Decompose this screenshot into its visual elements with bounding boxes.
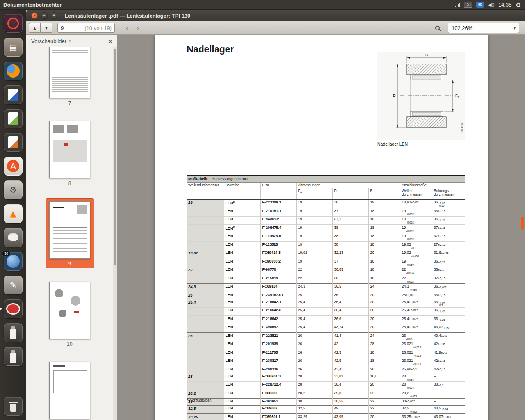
network-signal-icon[interactable] bbox=[455, 3, 460, 7]
cell-b: 22 bbox=[368, 390, 400, 399]
cell-part-number: F-94361.2 bbox=[260, 216, 296, 225]
document-scroll-thumb[interactable] bbox=[521, 217, 524, 230]
dimension-b-label: B bbox=[425, 53, 428, 57]
cell-d: 43,95 bbox=[332, 414, 368, 420]
sidebar-mode-label[interactable]: Vorschaubilder bbox=[31, 38, 66, 44]
cell-mounting-bore: 31,6±0,45 bbox=[432, 250, 465, 258]
next-page-button[interactable]: ▼ bbox=[41, 23, 52, 33]
page-thumbnail[interactable]: 8 bbox=[46, 118, 94, 187]
cell-fw: 19 bbox=[296, 258, 332, 267]
cell-mounting-shaft: 19 -0,052 bbox=[400, 208, 432, 217]
mail-indicator-icon[interactable]: ✉ bbox=[476, 2, 484, 8]
window-title: Lenksäulenlager .pdf — Lenksäulenlager: … bbox=[65, 13, 190, 19]
volume-icon[interactable]: ◀))) bbox=[488, 2, 494, 7]
cell-part-number: F-206475.4 bbox=[260, 225, 296, 233]
window-titlebar[interactable]: × − + Lenksäulenlager .pdf — Lenksäulenl… bbox=[26, 10, 525, 21]
launcher-gimp-icon[interactable] bbox=[0, 226, 26, 249]
page-thumbnail[interactable]: 7 bbox=[46, 47, 94, 107]
cell-part-number: F-223821 bbox=[260, 333, 296, 341]
cell-fw: 19 bbox=[296, 208, 332, 217]
dimension-table: Maßtabelle · Abmessungen in mm Wellen­du… bbox=[187, 175, 465, 420]
cell-shaft-diameter bbox=[187, 349, 224, 358]
cell-mounting-bore: 43,07+0,53 bbox=[432, 324, 465, 333]
table-row: LEN F-216642 25,4 36,6 20 25,4±0,025 36+… bbox=[187, 316, 465, 324]
cell-shaft-diameter: 26 bbox=[187, 333, 224, 341]
thumbnails-sidebar: Vorschaubilder ▾ × 7 8 9 10 bbox=[26, 35, 117, 420]
sidebar-close-icon[interactable]: × bbox=[108, 38, 112, 45]
cell-mounting-bore: 48,5+0,04 bbox=[432, 405, 465, 414]
launcher-system-settings-icon[interactable]: ⚙ bbox=[0, 178, 26, 202]
table-row: 28,2 LEN FC68337 28,2 39,8 22 28,2 -0,05… bbox=[187, 390, 465, 399]
launcher-usb-drive-icon[interactable] bbox=[0, 321, 26, 345]
cell-part-number: F-228712.4 bbox=[260, 381, 296, 390]
cell-b: 18 bbox=[368, 208, 400, 217]
page-number-input[interactable] bbox=[58, 25, 70, 31]
table-row: LEN F-201939 26 42 28 26,021 -0,013 42±0… bbox=[187, 341, 465, 349]
launcher-text-editor-icon[interactable]: ✎ bbox=[0, 273, 26, 297]
cell-fw: 28,2 bbox=[296, 390, 332, 399]
cell-series: LEN bbox=[224, 283, 260, 292]
launcher-libreoffice-writer-icon[interactable] bbox=[0, 83, 26, 107]
cell-series: LEN bbox=[224, 275, 260, 284]
cell-series: LEN1) bbox=[224, 199, 260, 208]
launcher-files-icon[interactable]: ▤ bbox=[0, 35, 26, 59]
cell-mounting-bore: – bbox=[432, 390, 465, 399]
close-button[interactable]: × bbox=[31, 12, 38, 19]
figure-caption: Nadellager LEN bbox=[377, 142, 408, 146]
launcher-trash-icon[interactable] bbox=[0, 395, 26, 418]
chevron-down-icon[interactable]: ▾ bbox=[69, 39, 71, 43]
cell-b: 20 bbox=[368, 381, 400, 390]
maximize-button[interactable]: + bbox=[51, 12, 57, 19]
launcher-document-viewer-red-oval-icon[interactable] bbox=[0, 297, 26, 321]
sidebar-header: Vorschaubilder ▾ × bbox=[26, 35, 117, 47]
page-thumbnail[interactable]: 10 bbox=[46, 279, 94, 348]
launcher-vlc-icon[interactable]: ▲ bbox=[0, 202, 26, 226]
launcher-libreoffice-impress-icon[interactable] bbox=[0, 130, 26, 154]
chevron-down-icon[interactable]: ▾ bbox=[510, 23, 519, 33]
table-row: LEN F-228712.4 28 38,4 20 28 -0,084 38+0… bbox=[187, 381, 465, 390]
launcher-software-center-icon[interactable]: A bbox=[0, 154, 26, 178]
cell-mounting-shaft: 19 -0,052 bbox=[400, 233, 432, 242]
cell-d: 37 bbox=[332, 258, 368, 267]
launcher-thunderbird-icon[interactable]: 30 bbox=[0, 249, 26, 273]
history-forward-button[interactable]: › bbox=[133, 23, 143, 33]
clock[interactable]: 14:35 bbox=[498, 2, 512, 8]
keyboard-layout-indicator[interactable]: De bbox=[464, 2, 472, 8]
cell-series: LEN bbox=[224, 414, 260, 420]
document-view[interactable]: Nadellager bbox=[117, 35, 525, 420]
sidebar-scrollbar[interactable] bbox=[113, 47, 117, 420]
cell-part-number: FC90300.2 bbox=[260, 258, 296, 267]
page-thumbnail[interactable]: 9 bbox=[46, 198, 94, 268]
cell-b: 20 bbox=[368, 299, 400, 308]
table-row: LEN F-390697 25,4 43,74 20 25,4±0,025 43… bbox=[187, 324, 465, 333]
search-button[interactable] bbox=[431, 23, 443, 33]
cell-fw: 22 bbox=[296, 275, 332, 284]
table-row: 30 LEN F-391951 30 38,55 22 30±0,025 – bbox=[187, 398, 465, 405]
previous-page-button[interactable]: ▲ bbox=[29, 23, 41, 33]
cell-mounting-bore: 36+0,05-0,2 bbox=[432, 299, 465, 308]
cell-part-number: F-223309.1 bbox=[260, 199, 296, 208]
sidebar-scroll-thumb[interactable] bbox=[114, 49, 116, 265]
zoom-combobox[interactable]: 102,26% ▾ bbox=[448, 23, 519, 33]
launcher: ▤ A ⚙ ▲ 30 ✎ bbox=[0, 10, 26, 420]
launcher-usb-drive-2-icon[interactable] bbox=[0, 345, 26, 368]
cell-b: 18,8 bbox=[368, 373, 400, 382]
cell-series: LEN bbox=[224, 333, 260, 341]
minimize-button[interactable]: − bbox=[41, 12, 48, 19]
cell-part-number: FC69601.1 bbox=[260, 414, 296, 420]
page-thumbnail[interactable]: 11 bbox=[46, 359, 94, 420]
cell-series: LEN bbox=[224, 341, 260, 349]
session-gear-icon[interactable]: ⚙ bbox=[516, 2, 521, 8]
cell-b: 18 bbox=[368, 225, 400, 233]
cell-mounting-bore: 38+0,2 bbox=[432, 381, 465, 390]
launcher-dash-home-icon[interactable] bbox=[0, 11, 26, 35]
bearing-cross-section-drawing: B D Fw 134-167a bbox=[377, 52, 465, 140]
launcher-libreoffice-calc-icon[interactable] bbox=[0, 107, 26, 130]
bearing-figure: B D Fw 134-167a bbox=[377, 52, 465, 140]
cell-part-number: F-239187.01 bbox=[260, 292, 296, 299]
launcher-firefox-icon[interactable] bbox=[0, 59, 26, 83]
history-back-button[interactable]: ‹ bbox=[122, 23, 132, 33]
cell-mounting-shaft: 22 -0,052 bbox=[400, 275, 432, 284]
cell-series: LEN bbox=[224, 316, 260, 324]
cell-mounting-shaft: 28 -0,084 bbox=[400, 373, 432, 382]
